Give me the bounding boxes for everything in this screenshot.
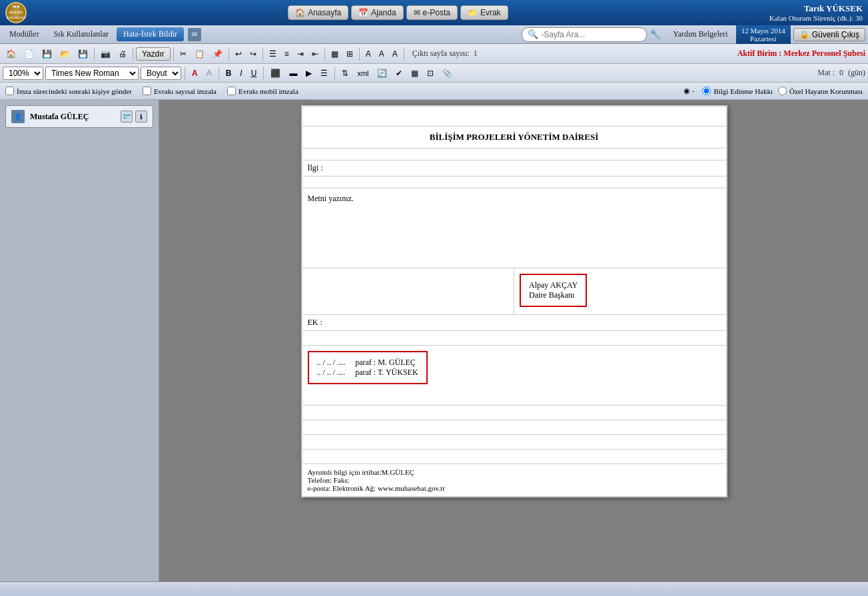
mat-unit: (gün) — [848, 68, 865, 77]
page-count-value: 1 — [474, 49, 478, 59]
home-icon: 🏠 — [295, 8, 305, 17]
evrak-button[interactable]: 📁 Evrak — [460, 5, 508, 20]
print-main-button[interactable]: Yazdır — [136, 47, 171, 61]
mail-icon: ✉ — [414, 8, 420, 17]
indent2-button[interactable]: ⇤ — [308, 47, 322, 61]
imza-checkbox-item[interactable]: İmza sürecindeki sonraki kişiye gönder — [5, 87, 132, 95]
imza-checkbox[interactable] — [5, 87, 14, 95]
logout-label: Güvenli Çıkış — [812, 30, 859, 39]
mobil-checkbox[interactable] — [227, 87, 236, 95]
doc-empty2 — [302, 406, 726, 420]
radio-bilgi-item[interactable]: Bilgi Edinme Hakkı — [702, 87, 773, 95]
ajanda-label: Ajanda — [371, 8, 396, 17]
list2-button[interactable]: ≡ — [281, 47, 292, 61]
footer-email: e-posta: Elektronik Ağ: www.muhasebat.go… — [308, 484, 721, 492]
person-info-button[interactable]: ℹ — [135, 111, 147, 123]
home-tb-button[interactable]: 🏠 — [3, 47, 19, 61]
doc-ek-row: EK : — [302, 315, 726, 331]
help-button[interactable]: Yardım Belgeleri — [667, 27, 733, 41]
imza-label: İmza sürecindeki sonraki kişiye gönder — [17, 87, 132, 95]
list1-button[interactable]: ☰ — [266, 47, 280, 61]
doc-empty1 — [302, 331, 726, 346]
redo-button[interactable]: ↪ — [246, 47, 260, 61]
radio-ozel[interactable] — [778, 87, 787, 95]
table-button[interactable]: ▦ — [328, 47, 342, 61]
session-label: Kalan Oturum Süreniç (dk.): — [769, 14, 853, 22]
attach-button[interactable]: 📎 — [439, 67, 456, 80]
table2-button[interactable]: ▦ — [408, 67, 422, 80]
align-center-button[interactable]: ▬ — [286, 67, 300, 80]
doc-area[interactable]: BİLİŞİM PROJELERİ YÖNETİM DAİRESİ İlgi : — [160, 100, 868, 581]
underline-button[interactable]: U — [248, 67, 260, 80]
zoom-select[interactable]: 100% — [3, 67, 43, 80]
refresh-button[interactable]: 🔄 — [374, 67, 390, 80]
mail-small-icon: ✉ — [188, 28, 201, 41]
save-button[interactable]: 💾 — [39, 47, 55, 61]
font-toolbar: 100% Times New Roman Boyut A A B I U ⬛ ▬… — [0, 64, 868, 83]
signer-name: Alpay AKÇAY — [529, 280, 578, 290]
signer-title: Daire Başkanı — [529, 290, 578, 300]
bold-button[interactable]: B — [222, 67, 235, 80]
format2-button[interactable]: A — [376, 47, 388, 61]
size-select[interactable]: Boyut — [141, 67, 181, 80]
sayisal-checkbox-item[interactable]: Evrakı sayısal imzala — [143, 87, 217, 95]
mobil-checkbox-item[interactable]: Evrakı mobil imzala — [227, 87, 298, 95]
anasayfa-button[interactable]: 🏠 Anasayfa — [288, 5, 348, 20]
search-input[interactable] — [541, 30, 641, 39]
open-button[interactable]: 📂 — [57, 47, 73, 61]
paste-button[interactable]: 📌 — [209, 47, 226, 61]
radio-ozel-item[interactable]: Özel Hayatın Korunması — [778, 87, 863, 95]
floppy-button[interactable]: 💾 — [75, 47, 91, 61]
cut-button[interactable]: ✂ — [177, 47, 190, 61]
username: Tarık YÜKSEK — [769, 3, 863, 14]
eposta-button[interactable]: ✉ e-Posta — [406, 5, 458, 20]
main-area: 👤 Mustafa GÜLEÇ 🪪 ℹ BİLİŞİM PROJELERİ YÖ… — [0, 100, 868, 581]
check-button[interactable]: ✔ — [392, 67, 406, 80]
session-value: 30 — [855, 14, 863, 22]
toolbar: 🏠 📄 💾 📂 💾 📷 🖨 Yazdır ✂ 📋 📌 ↩ ↪ ☰ ≡ ⇥ ⇤ ▦… — [0, 44, 868, 64]
page-count-label: Çıktı sayfa sayısı: — [412, 49, 470, 59]
doc-top-empty — [302, 107, 726, 127]
xml-button[interactable]: xml — [354, 67, 372, 79]
format1-button[interactable]: A — [362, 47, 374, 61]
menu-sik[interactable]: Sık Kullanılanlar — [47, 27, 115, 41]
menu-bar: Modüller Sık Kullanılanlar Hata-İstek Bi… — [0, 25, 868, 44]
logout-button[interactable]: 🔒 Güvenli Çıkış — [793, 28, 865, 41]
copy-button[interactable]: 📋 — [191, 47, 208, 61]
menu-hata[interactable]: Hata-İstek Bildir — [117, 27, 184, 41]
paraf1-line: .. / .. / .... paraf : M. GÜLEÇ — [317, 358, 418, 368]
ajanda-button[interactable]: 📅 Ajanda — [351, 5, 403, 20]
camera-button[interactable]: 📷 — [97, 47, 114, 61]
person-id-button[interactable]: 🪪 — [121, 111, 133, 123]
sep-font3 — [263, 67, 264, 80]
search-icon: 🔍 — [528, 29, 538, 40]
columns-button[interactable]: ⊞ — [343, 47, 356, 61]
sayisal-checkbox[interactable] — [143, 87, 151, 95]
highlight-button[interactable]: A — [203, 67, 215, 80]
italic-button[interactable]: I — [236, 67, 245, 80]
paraf-box: .. / .. / .... paraf : M. GÜLEÇ .. / .. … — [308, 351, 428, 384]
paraf2-date: .. / .. / .... — [317, 368, 346, 377]
doc-ilgi-row: İlgi : — [302, 160, 726, 176]
align-justify-button[interactable]: ☰ — [317, 67, 331, 80]
font-select[interactable]: Times New Roman — [45, 67, 139, 80]
new-button[interactable]: 📄 — [21, 47, 37, 61]
radio-bilgi[interactable] — [702, 87, 711, 95]
sayisal-label: Evrakı sayısal imzala — [154, 87, 217, 95]
person-icon: 👤 — [11, 110, 25, 123]
align-right-button[interactable]: ▶ — [302, 67, 315, 80]
print-button2[interactable]: 🖨 — [115, 47, 130, 61]
menu-moduller[interactable]: Modüller — [3, 27, 46, 41]
align-left-button[interactable]: ⬛ — [267, 67, 284, 80]
separator4 — [228, 47, 229, 61]
indent1-button[interactable]: ⇥ — [294, 47, 307, 61]
text-dir-button[interactable]: ⇅ — [338, 67, 352, 80]
separator8 — [404, 47, 404, 61]
format3-button[interactable]: A — [389, 47, 401, 61]
search-tool-icon: 🔧 — [650, 29, 661, 40]
date-area: 12 Mayıs 2014 Pazartesi — [736, 25, 791, 44]
separator5 — [262, 47, 263, 61]
table3-button[interactable]: ⊡ — [424, 67, 437, 80]
undo-button[interactable]: ↩ — [232, 47, 245, 61]
color-A-button[interactable]: A — [189, 67, 201, 80]
